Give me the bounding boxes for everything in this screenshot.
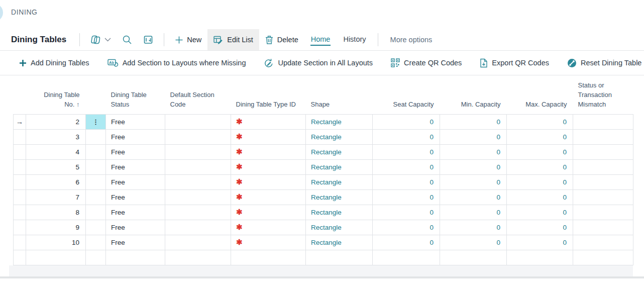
- cell-dining-table-no[interactable]: 7: [26, 189, 86, 205]
- cell-dining-table-status[interactable]: Free: [106, 144, 165, 159]
- cell-shape[interactable]: Rectangle: [306, 129, 373, 144]
- cell-seat-capacity[interactable]: 0: [373, 114, 440, 129]
- table-row[interactable]: → 2 ⋮ Free ✱ Rectangle 0 0 0: [14, 114, 633, 129]
- cell-max-capacity[interactable]: 0: [507, 205, 573, 220]
- tab-home[interactable]: Home: [304, 29, 337, 50]
- table-row[interactable]: 5 Free ✱ Rectangle 0 0 0: [14, 159, 633, 174]
- column-header-status-transaction-mismatch[interactable]: Status or Transaction Mismatch: [573, 75, 633, 114]
- tab-history[interactable]: History: [337, 29, 372, 50]
- cell-dining-table-type-id[interactable]: [231, 250, 306, 265]
- cell-dining-table-no[interactable]: 8: [26, 205, 86, 220]
- action-add-dining-tables[interactable]: Add Dining Tables: [19, 59, 89, 67]
- cell-default-section-code[interactable]: [165, 220, 231, 235]
- cell-status-transaction-mismatch[interactable]: [573, 129, 633, 144]
- cell-default-section-code[interactable]: [165, 250, 231, 265]
- row-selector-cell[interactable]: →: [14, 114, 26, 129]
- row-menu-cell[interactable]: [86, 205, 106, 220]
- cell-status-transaction-mismatch[interactable]: [573, 205, 633, 220]
- cell-max-capacity[interactable]: 0: [507, 129, 573, 144]
- table-row[interactable]: 4 Free ✱ Rectangle 0 0 0: [14, 144, 633, 159]
- cell-dining-table-type-id[interactable]: ✱: [231, 129, 306, 144]
- cell-seat-capacity[interactable]: 0: [373, 220, 440, 235]
- cell-status-transaction-mismatch[interactable]: [573, 235, 633, 250]
- action-add-section-to-layouts[interactable]: Ab Add Section to Layouts where Missing: [108, 58, 246, 68]
- cell-status-transaction-mismatch[interactable]: [573, 159, 633, 174]
- row-selector-cell[interactable]: [14, 189, 26, 205]
- company-badge-icon[interactable]: [0, 4, 3, 22]
- cell-max-capacity[interactable]: 0: [507, 174, 573, 189]
- cell-dining-table-no[interactable]: 6: [26, 174, 86, 189]
- row-selector-cell[interactable]: [14, 129, 26, 144]
- cell-seat-capacity[interactable]: 0: [373, 205, 440, 220]
- row-selector-cell[interactable]: [14, 235, 26, 250]
- cell-default-section-code[interactable]: [165, 174, 231, 189]
- cell-default-section-code[interactable]: [165, 144, 231, 159]
- column-header-seat-capacity[interactable]: Seat Capacity: [373, 75, 440, 114]
- table-row[interactable]: 8 Free ✱ Rectangle 0 0 0: [14, 205, 633, 220]
- page-views-button[interactable]: [85, 29, 117, 50]
- cell-dining-table-no[interactable]: [26, 250, 86, 265]
- cell-seat-capacity[interactable]: 0: [373, 189, 440, 205]
- cell-shape[interactable]: Rectangle: [306, 159, 373, 174]
- cell-dining-table-type-id[interactable]: ✱: [231, 114, 306, 129]
- cell-seat-capacity[interactable]: 0: [373, 129, 440, 144]
- column-header-min-capacity[interactable]: Min. Capacity: [440, 75, 507, 114]
- cell-default-section-code[interactable]: [165, 129, 231, 144]
- table-row[interactable]: 3 Free ✱ Rectangle 0 0 0: [14, 129, 633, 144]
- column-header-max-capacity[interactable]: Max. Capacity: [507, 75, 573, 114]
- cell-min-capacity[interactable]: [440, 250, 507, 265]
- row-menu-cell[interactable]: [86, 159, 106, 174]
- row-menu-cell[interactable]: ⋮: [86, 114, 106, 129]
- cell-min-capacity[interactable]: 0: [440, 159, 507, 174]
- cell-dining-table-no[interactable]: 9: [26, 220, 86, 235]
- cell-dining-table-status[interactable]: Free: [106, 220, 165, 235]
- cell-dining-table-status[interactable]: [106, 250, 165, 265]
- cell-default-section-code[interactable]: [165, 159, 231, 174]
- cell-min-capacity[interactable]: 0: [440, 144, 507, 159]
- cell-max-capacity[interactable]: [507, 250, 573, 265]
- cell-min-capacity[interactable]: 0: [440, 174, 507, 189]
- cell-dining-table-type-id[interactable]: ✱: [231, 174, 306, 189]
- row-selector-cell[interactable]: [14, 144, 26, 159]
- cell-max-capacity[interactable]: 0: [507, 235, 573, 250]
- cell-max-capacity[interactable]: 0: [507, 159, 573, 174]
- cell-seat-capacity[interactable]: 0: [373, 174, 440, 189]
- cell-seat-capacity[interactable]: [373, 250, 440, 265]
- cell-seat-capacity[interactable]: 0: [373, 144, 440, 159]
- row-menu-cell[interactable]: [86, 220, 106, 235]
- focus-mode-button[interactable]: [138, 29, 159, 50]
- edit-list-button[interactable]: Edit List: [207, 29, 259, 50]
- cell-dining-table-no[interactable]: 2: [26, 114, 86, 129]
- table-row[interactable]: [14, 250, 633, 265]
- cell-shape[interactable]: Rectangle: [306, 174, 373, 189]
- cell-dining-table-type-id[interactable]: ✱: [231, 189, 306, 205]
- column-header-dining-table-no[interactable]: Dining Table No. ↑: [26, 75, 86, 114]
- cell-seat-capacity[interactable]: 0: [373, 235, 440, 250]
- table-row[interactable]: 6 Free ✱ Rectangle 0 0 0: [14, 174, 633, 189]
- cell-max-capacity[interactable]: 0: [507, 114, 573, 129]
- cell-dining-table-no[interactable]: 4: [26, 144, 86, 159]
- cell-max-capacity[interactable]: 0: [507, 144, 573, 159]
- cell-dining-table-status[interactable]: Free: [106, 129, 165, 144]
- search-button[interactable]: [117, 29, 138, 50]
- cell-seat-capacity[interactable]: 0: [373, 159, 440, 174]
- cell-dining-table-status[interactable]: Free: [106, 189, 165, 205]
- cell-dining-table-no[interactable]: 3: [26, 129, 86, 144]
- cell-dining-table-type-id[interactable]: ✱: [231, 159, 306, 174]
- cell-min-capacity[interactable]: 0: [440, 114, 507, 129]
- cell-max-capacity[interactable]: 0: [507, 189, 573, 205]
- row-selector-cell[interactable]: [14, 174, 26, 189]
- more-options-button[interactable]: More options: [383, 29, 440, 50]
- row-menu-cell[interactable]: [86, 174, 106, 189]
- row-selector-cell[interactable]: [14, 250, 26, 265]
- row-menu-cell[interactable]: [86, 235, 106, 250]
- column-header-dining-table-status[interactable]: Dining Table Status: [106, 75, 165, 114]
- cell-default-section-code[interactable]: [165, 235, 231, 250]
- cell-default-section-code[interactable]: [165, 205, 231, 220]
- cell-status-transaction-mismatch[interactable]: [573, 144, 633, 159]
- cell-dining-table-status[interactable]: Free: [106, 205, 165, 220]
- action-update-section-all-layouts[interactable]: Update Section in All Layouts: [264, 58, 373, 68]
- row-selector-cell[interactable]: [14, 205, 26, 220]
- cell-shape[interactable]: Rectangle: [306, 205, 373, 220]
- table-row[interactable]: 10 Free ✱ Rectangle 0 0 0: [14, 235, 633, 250]
